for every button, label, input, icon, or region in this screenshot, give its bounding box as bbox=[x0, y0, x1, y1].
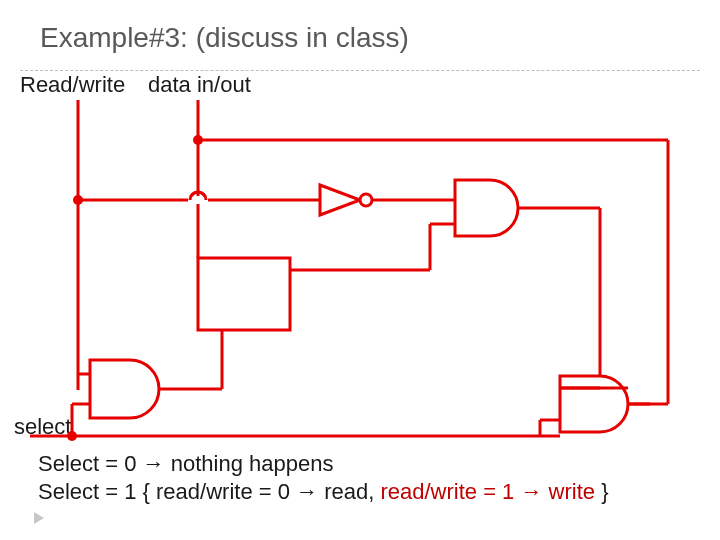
svg-point-8 bbox=[360, 194, 372, 206]
arrow-icon: → bbox=[143, 451, 165, 476]
svg-rect-15 bbox=[198, 258, 290, 330]
exp-l2d: write bbox=[549, 479, 595, 504]
slide-marker-icon bbox=[34, 512, 44, 524]
arrow-icon: → bbox=[520, 479, 542, 504]
exp-l2b: read, bbox=[324, 479, 380, 504]
exp-l1b: nothing happens bbox=[171, 451, 334, 476]
exp-l1a: Select = 0 bbox=[38, 451, 143, 476]
explanation-text: Select = 0 → nothing happens Select = 1 … bbox=[38, 450, 609, 506]
exp-l2a: Select = 1 { read/write = 0 bbox=[38, 479, 296, 504]
arrow-icon: → bbox=[296, 479, 318, 504]
exp-l2e: } bbox=[601, 479, 608, 504]
exp-l2c: read/write = 1 bbox=[380, 479, 520, 504]
